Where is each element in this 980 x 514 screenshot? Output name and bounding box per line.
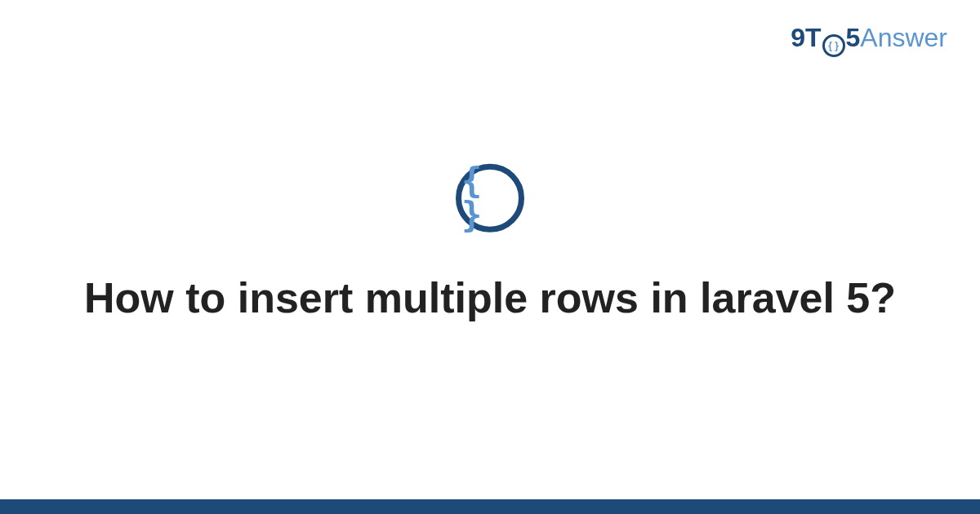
- code-braces-icon: { }: [461, 164, 519, 233]
- main-content: { } How to insert multiple rows in larav…: [0, 164, 980, 325]
- logo-o-circle: { }: [822, 34, 845, 57]
- category-icon-circle: { }: [456, 164, 524, 233]
- footer-bar: [0, 499, 980, 514]
- logo-text-5: 5: [846, 23, 861, 53]
- logo-text-9t: 9T: [791, 23, 821, 53]
- site-logo: 9T { } 5 Answer: [791, 23, 947, 55]
- page-title: How to insert multiple rows in laravel 5…: [84, 272, 896, 325]
- logo-text-answer: Answer: [860, 23, 947, 53]
- logo-o-inner-braces: { }: [828, 41, 839, 51]
